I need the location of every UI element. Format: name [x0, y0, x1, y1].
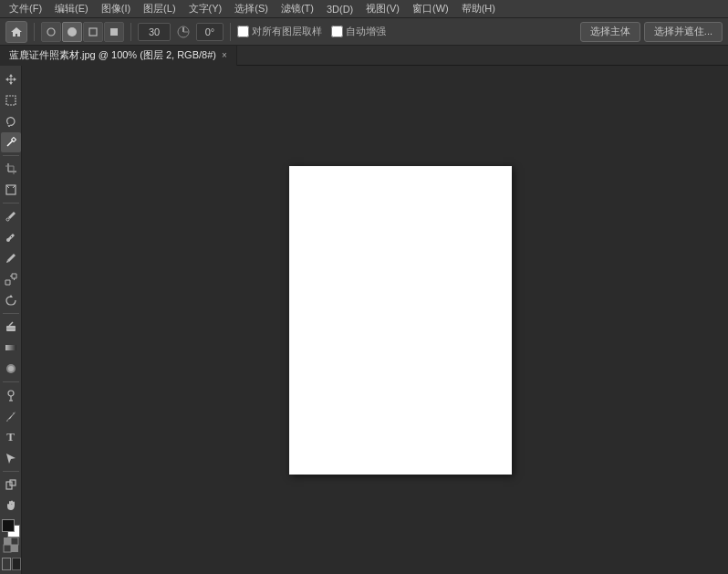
svg-point-27 — [8, 391, 14, 396]
gradient-icon — [5, 341, 17, 354]
svg-rect-32 — [10, 480, 16, 485]
pen-icon — [5, 410, 17, 423]
menu-filter[interactable]: 滤镜(T) — [276, 0, 319, 17]
all-layers-label: 对所有图层取样 — [252, 25, 322, 38]
menu-image[interactable]: 图像(I) — [96, 0, 136, 17]
svg-rect-40 — [11, 545, 18, 552]
dodge-icon — [5, 389, 17, 402]
screen-mode-group — [2, 558, 22, 572]
svg-point-9 — [12, 138, 16, 141]
menu-view[interactable]: 视图(V) — [360, 0, 405, 17]
frame-icon — [5, 183, 17, 196]
all-layers-checkbox[interactable] — [237, 26, 249, 37]
tool-crop[interactable] — [1, 159, 21, 179]
svg-point-0 — [47, 28, 55, 36]
menu-window[interactable]: 窗口(W) — [407, 0, 454, 17]
home-button[interactable] — [5, 21, 27, 43]
menu-layer[interactable]: 图层(L) — [138, 0, 181, 17]
brush-shape-btn-2[interactable] — [62, 22, 82, 42]
tool-move[interactable] — [1, 69, 21, 89]
magic-wand-icon — [5, 136, 17, 149]
all-layers-checkbox-label[interactable]: 对所有图层取样 — [237, 25, 322, 38]
brush-shape-icon-3 — [88, 26, 99, 37]
lasso-icon — [5, 115, 17, 128]
canvas-area — [22, 66, 728, 574]
tool-sep-2 — [3, 203, 19, 204]
tool-shape[interactable] — [1, 475, 21, 495]
tool-brush[interactable] — [1, 248, 21, 268]
separator-1 — [34, 23, 35, 41]
svg-point-26 — [8, 366, 14, 371]
tool-magic-wand[interactable] — [1, 132, 21, 152]
tool-lasso[interactable] — [1, 111, 21, 131]
tool-marquee[interactable] — [1, 90, 21, 110]
hand-icon — [5, 499, 17, 512]
svg-rect-3 — [110, 28, 118, 36]
tool-eraser[interactable] — [1, 317, 21, 337]
tool-path-select[interactable] — [1, 448, 21, 468]
tool-hand[interactable] — [1, 496, 21, 516]
svg-point-30 — [13, 412, 15, 414]
crop-icon — [5, 162, 17, 175]
svg-point-1 — [68, 27, 77, 37]
svg-point-21 — [6, 218, 9, 221]
tool-eyedropper[interactable] — [1, 206, 21, 226]
spot-heal-icon — [5, 231, 17, 244]
tool-frame[interactable] — [1, 180, 21, 200]
marquee-icon — [5, 94, 17, 107]
select-focus-button[interactable]: 选择并遮住... — [644, 22, 723, 42]
brush-shape-btn-4[interactable] — [104, 22, 124, 42]
main-area: T — [0, 66, 728, 574]
path-select-icon — [5, 452, 17, 464]
tool-pen[interactable] — [1, 406, 21, 426]
svg-rect-2 — [89, 28, 97, 36]
tool-spot-heal[interactable] — [1, 227, 21, 247]
history-brush-icon — [5, 294, 17, 307]
brush-angle-input[interactable] — [196, 23, 224, 41]
menu-edit[interactable]: 编辑(E) — [49, 0, 94, 17]
brush-shape-btn-3[interactable] — [83, 22, 103, 42]
brush-shape-icon-1 — [46, 26, 57, 37]
tool-sep-4 — [3, 381, 19, 382]
home-icon — [10, 26, 23, 38]
brush-icon — [5, 252, 17, 265]
brush-shape-btn-1[interactable] — [41, 22, 61, 42]
blur-icon — [5, 362, 17, 375]
svg-rect-38 — [11, 537, 18, 545]
menu-select[interactable]: 选择(S) — [229, 0, 274, 17]
screen-mode-btn-1[interactable] — [2, 558, 11, 570]
tool-quick-mask[interactable] — [2, 536, 22, 556]
menu-file[interactable]: 文件(F) — [4, 0, 47, 17]
select-subject-button[interactable]: 选择主体 — [580, 22, 640, 42]
quick-mask-icon — [2, 536, 20, 554]
tool-sep-3 — [3, 313, 19, 314]
screen-mode-btn-2[interactable] — [12, 558, 21, 570]
brush-shape-icon-2 — [67, 26, 78, 37]
tool-clone[interactable] — [1, 269, 21, 289]
foreground-color-swatch[interactable] — [2, 519, 15, 532]
move-icon — [5, 73, 17, 86]
tab-doc1[interactable]: 蓝鹿证件照素材.jpg @ 100% (图层 2, RGB/8#) × — [0, 46, 237, 66]
tab-doc1-close[interactable]: × — [222, 51, 227, 60]
enhance-checkbox-label[interactable]: 自动增强 — [331, 25, 386, 38]
tab-bar: 蓝鹿证件照素材.jpg @ 100% (图层 2, RGB/8#) × — [0, 46, 728, 66]
menu-type[interactable]: 文字(Y) — [183, 0, 228, 17]
tool-blur[interactable] — [1, 359, 21, 379]
svg-line-8 — [7, 141, 13, 146]
tool-history-brush[interactable] — [1, 290, 21, 310]
brush-shape-group — [41, 22, 124, 42]
svg-point-22 — [6, 238, 10, 242]
shape-icon — [5, 478, 17, 491]
menu-bar: 文件(F) 编辑(E) 图像(I) 图层(L) 文字(Y) 选择(S) 滤镜(T… — [0, 0, 728, 18]
brush-shape-icon-4 — [109, 26, 120, 37]
tool-type[interactable]: T — [1, 427, 21, 447]
brush-size-input[interactable] — [138, 23, 171, 41]
svg-rect-37 — [4, 537, 11, 545]
enhance-checkbox[interactable] — [331, 26, 343, 37]
menu-help[interactable]: 帮助(H) — [456, 0, 501, 17]
tab-doc1-label: 蓝鹿证件照素材.jpg @ 100% (图层 2, RGB/8#) — [9, 48, 216, 62]
eyedropper-icon — [5, 210, 17, 223]
menu-3d[interactable]: 3D(D) — [321, 2, 359, 16]
tool-gradient[interactable] — [1, 338, 21, 358]
tool-dodge[interactable] — [1, 385, 21, 405]
